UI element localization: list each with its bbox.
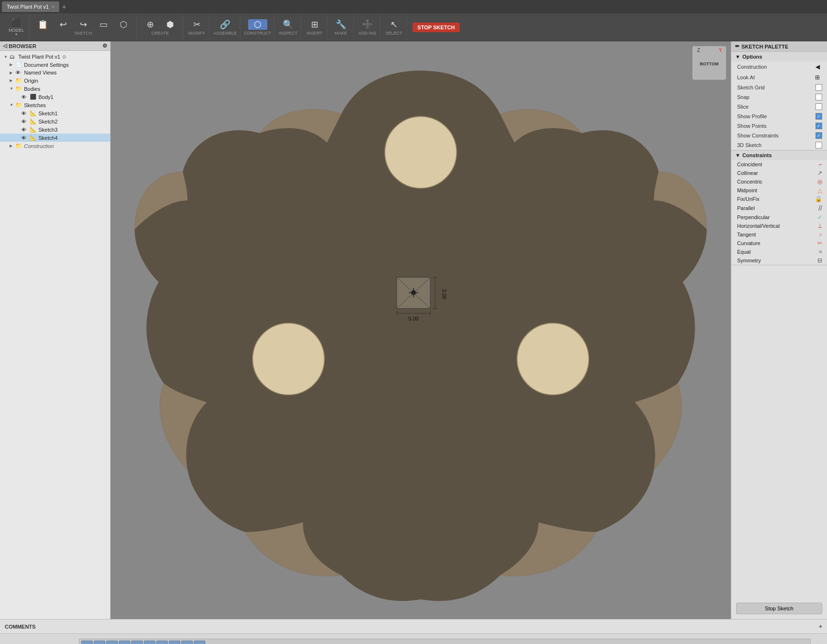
tree-item-root[interactable]: ▼ 🗂 Twist Plant Pot v1 ⚙ <box>0 53 110 61</box>
timeline-item-7[interactable]: S <box>156 641 168 644</box>
show-points-label: Show Points <box>737 123 766 129</box>
active-tab[interactable]: Twist Plant Pot v1 × <box>2 1 59 12</box>
show-constraints-check[interactable] <box>815 132 822 139</box>
play-back-btn[interactable]: ◁ <box>29 641 39 644</box>
select-icon: ↖ <box>390 20 398 29</box>
timeline-item-9[interactable]: S <box>181 641 193 644</box>
timeline-item-8[interactable]: S <box>169 641 180 644</box>
tree-item-sketch2[interactable]: 👁 📐 Sketch2 <box>0 117 110 125</box>
slice-row: Slice <box>731 102 827 111</box>
tree-item-sketch1[interactable]: 👁 📐 Sketch1 <box>0 109 110 117</box>
inspect-btn[interactable]: 🔍 <box>278 19 298 30</box>
viewport[interactable]: 5.00 3.00 Y Z BOTTOM <box>111 41 731 619</box>
timeline-item-4[interactable]: E <box>119 641 130 644</box>
stop-sketch-btn[interactable]: STOP SKETCH <box>411 21 462 33</box>
fixunfix-label: Fix/UnFix <box>737 196 759 202</box>
tree-label-views: Named Views <box>24 70 57 75</box>
sketch-icon-3: ↪ <box>80 20 87 29</box>
play-first-btn[interactable]: ⏮ <box>4 641 14 644</box>
make-btn[interactable]: 🔧 <box>331 19 351 30</box>
snap-check[interactable] <box>815 94 822 100</box>
model-btn[interactable]: ⬛ MODEL ▼ <box>7 18 26 37</box>
timeline-settings-btn[interactable]: ⚙ <box>813 641 823 644</box>
create-btn-2[interactable]: ⬢ <box>161 19 180 30</box>
constraint-parallel[interactable]: Parallel // <box>731 203 827 213</box>
create-btn-1[interactable]: ⊕ <box>140 19 160 30</box>
options-section-header[interactable]: ▼ Options <box>731 52 827 62</box>
modify-btn[interactable]: ✂ <box>187 19 206 30</box>
sketch-grid-check[interactable] <box>815 84 822 91</box>
assemble-btn[interactable]: 🔗 <box>215 19 235 30</box>
tree-icon-sketch3-eye: 👁 <box>21 127 29 133</box>
create-icon-1: ⊕ <box>147 20 154 29</box>
timeline-item-10[interactable]: S <box>194 641 205 644</box>
insert-btn[interactable]: ⊞ <box>305 19 324 30</box>
constraint-fixunfix[interactable]: Fix/UnFix 🔒 <box>731 195 827 203</box>
tab-bar: Twist Plant Pot v1 × + <box>0 0 827 13</box>
new-tab-btn[interactable]: + <box>62 3 66 11</box>
sketch-toolbar-btn-5[interactable]: ⬡ <box>114 19 133 30</box>
sketch-toolbar-btn-1[interactable]: 📋 <box>33 19 52 30</box>
timeline-item-5[interactable]: E <box>131 641 143 644</box>
3d-sketch-check[interactable] <box>815 142 822 149</box>
play-prev-btn[interactable]: ◀ <box>16 641 27 644</box>
midpoint-label: Midpoint <box>737 187 757 193</box>
sketch-toolbar-btn-4[interactable]: ▭ <box>94 19 113 30</box>
constraint-perpendicular[interactable]: Perpendicular ✓ <box>731 213 827 222</box>
tree-icon-sketch3: 📐 <box>30 126 38 133</box>
constraint-coincident[interactable]: Coincident ⌐ <box>731 160 827 169</box>
timeline-item-3[interactable]: E <box>106 641 118 644</box>
construct-btn[interactable]: ⬡ <box>248 19 267 30</box>
show-points-check[interactable] <box>815 123 822 129</box>
stop-sketch-palette-btn[interactable]: Stop Sketch <box>736 603 822 614</box>
timeline-item-2[interactable]: S <box>94 641 105 644</box>
constraint-midpoint[interactable]: Midpoint △ <box>731 186 827 195</box>
constraint-equal[interactable]: Equal = <box>731 248 827 256</box>
tree-item-named-views[interactable]: ▶ 👁 Named Views <box>0 69 110 76</box>
tree-item-sketch3[interactable]: 👁 📐 Sketch3 <box>0 125 110 134</box>
tree-item-sketch4[interactable]: 👁 📐 Sketch4 <box>0 134 110 142</box>
tree-icon-sketch4-eye: 👁 <box>21 135 29 141</box>
look-at-icon-btn[interactable]: ⊞ <box>813 74 822 81</box>
tree-icon-origin: 📁 <box>15 77 23 84</box>
comments-expand-btn[interactable]: + <box>819 623 822 630</box>
viewport-svg: 5.00 3.00 <box>111 41 731 619</box>
tree-item-sketches[interactable]: ▼ 📁 Sketches <box>0 101 110 109</box>
3d-sketch-row: 3D Sketch <box>731 140 827 150</box>
sidebar: ◁ BROWSER ⚙ ▼ 🗂 Twist Plant Pot v1 ⚙ ▶ 📄… <box>0 41 111 619</box>
constraint-concentric[interactable]: Concentric ◎ <box>731 177 827 186</box>
tree-item-construction[interactable]: ▶ 📁 Construction <box>0 142 110 150</box>
tab-close-btn[interactable]: × <box>51 4 54 10</box>
constraint-tangent[interactable]: Tangent ○ <box>731 230 827 239</box>
tree-item-bodies[interactable]: ▼ 📁 Bodies <box>0 85 110 93</box>
constraint-horizontal-vertical[interactable]: Horizontal/Vertical ⊥ <box>731 222 827 230</box>
constraint-collinear[interactable]: Collinear ↗ <box>731 169 827 177</box>
sketch-toolbar-btn-2[interactable]: ↩ <box>53 19 73 30</box>
collapse-sidebar-icon[interactable]: ◁ <box>3 43 7 49</box>
timeline-item-6[interactable]: E <box>144 641 155 644</box>
constraints-section-header[interactable]: ▼ Constraints <box>731 150 827 160</box>
tree-item-origin[interactable]: ▶ 📁 Origin <box>0 76 110 85</box>
timeline-item-1[interactable]: S <box>81 641 93 644</box>
show-profile-check[interactable] <box>815 113 822 120</box>
sketch-toolbar-btn-3[interactable]: ↪ <box>74 19 93 30</box>
horizontal-vertical-icon: ⊥ <box>817 223 822 229</box>
addins-btn[interactable]: ➕ <box>358 19 377 30</box>
axis-indicator: Y Z BOTTOM <box>692 46 726 80</box>
select-btn[interactable]: ↖ <box>384 19 403 30</box>
coincident-label: Coincident <box>737 161 762 167</box>
concentric-icon: ◎ <box>817 178 822 185</box>
assemble-icon: 🔗 <box>220 20 230 29</box>
slice-check[interactable] <box>815 103 822 110</box>
constraint-symmetry[interactable]: Symmetry ⊟ <box>731 256 827 265</box>
model-label: MODEL <box>9 28 24 33</box>
play-fwd-btn[interactable]: ▷ <box>41 641 52 644</box>
constraint-curvature[interactable]: Curvature ✂ <box>731 239 827 248</box>
browser-settings-icon[interactable]: ⚙ <box>102 43 107 49</box>
construction-icon-btn[interactable]: ◀ <box>813 63 822 71</box>
tree-item-body1[interactable]: 👁 ⬛ Body1 <box>0 93 110 101</box>
tree-arrow-origin: ▶ <box>10 78 15 83</box>
tree-item-doc-settings[interactable]: ▶ 📄 Document Settings <box>0 61 110 69</box>
play-last-btn[interactable]: ⏭ <box>66 641 77 644</box>
play-next-btn[interactable]: ▶ <box>54 641 64 644</box>
